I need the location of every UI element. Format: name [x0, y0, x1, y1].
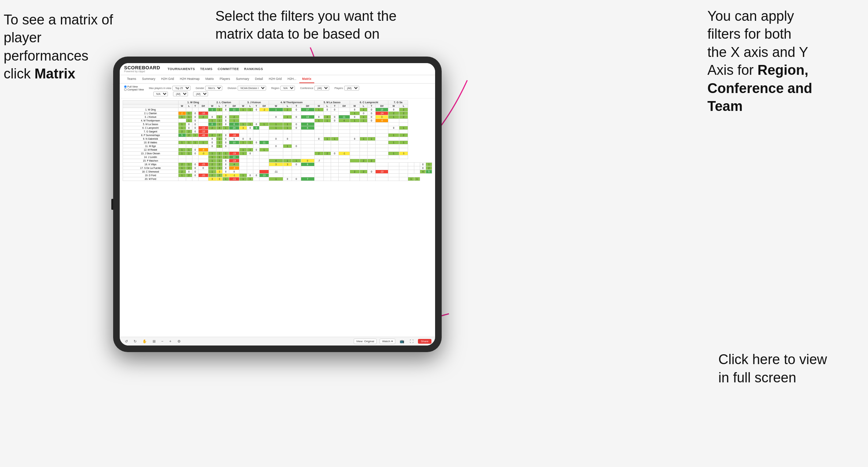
tab-h2h-heatmap[interactable]: H2H Heatmap — [177, 75, 203, 83]
matrix-cell: 0 — [208, 137, 216, 141]
matrix-cell: 0 — [192, 166, 198, 170]
redo-btn[interactable]: ↻ — [132, 339, 138, 344]
matrix-cell — [388, 123, 399, 126]
full-view-radio[interactable]: Full View — [124, 85, 144, 88]
matrix-cell: 2 — [178, 170, 186, 174]
matrix-cell — [192, 137, 198, 141]
matrix-cell — [338, 137, 350, 141]
matrix-cell: 1 — [216, 123, 223, 126]
tab-teams[interactable]: Teams — [124, 75, 139, 83]
matrix-cell: 2 — [399, 134, 408, 137]
cast-btn[interactable]: 📺 — [398, 339, 406, 344]
matrix-cell: 4 — [420, 170, 426, 174]
compact-view-radio[interactable]: Compact View — [124, 88, 144, 91]
matrix-cell: 1 — [360, 108, 368, 112]
players-select[interactable]: (All) — [344, 86, 359, 90]
col-w3: W — [239, 104, 247, 108]
matrix-cell: 0 — [283, 137, 292, 141]
matrix-cell: 1 — [223, 155, 229, 159]
matrix-cell — [376, 123, 388, 126]
matrix-cell: 3 — [223, 174, 229, 177]
matrix-cell — [314, 163, 323, 166]
matrix-cell — [269, 155, 283, 159]
zoom-fit-btn[interactable]: ⊞ — [151, 339, 157, 344]
matrix-cell — [314, 174, 323, 177]
player-name-cell: 19. D Ford — [123, 174, 178, 177]
undo-btn[interactable]: ↺ — [123, 339, 129, 344]
tab-detail[interactable]: Detail — [252, 75, 266, 83]
matrix-cell — [376, 137, 388, 141]
matrix-cell — [301, 119, 314, 123]
tab-summary[interactable]: Summary — [139, 75, 158, 83]
tab-h2h-grid[interactable]: H2H Grid — [158, 75, 177, 83]
matrix-cell — [247, 159, 253, 163]
matrix-cell — [368, 152, 376, 155]
matrix-cell: 0 — [314, 115, 323, 119]
conference-select[interactable]: (All) — [314, 86, 329, 90]
matrix-cell — [376, 152, 388, 155]
watch-button[interactable]: Watch ▾ — [380, 339, 395, 344]
matrix-cell — [323, 159, 331, 163]
pan-btn[interactable]: ✋ — [141, 339, 148, 344]
nav-rankings[interactable]: RANKINGS — [244, 66, 263, 72]
division-select[interactable]: NCAA Division I — [238, 86, 266, 90]
matrix-cell — [350, 159, 360, 163]
matrix-cell: 1 — [216, 159, 223, 163]
matrix-cell: 0 — [223, 134, 229, 137]
tab-h2h2[interactable]: H2H... — [285, 75, 299, 83]
matrix-cell — [292, 148, 301, 152]
tab-matrix[interactable]: Matrix — [203, 75, 217, 83]
tab-h2h-grid2[interactable]: H2H Grid — [266, 75, 284, 83]
matrix-cell: 0 — [331, 108, 338, 112]
zoom-in-btn[interactable]: + — [168, 339, 173, 344]
matrix-cell: 13 — [376, 108, 388, 112]
matrix-cell — [229, 144, 239, 148]
matrix-cell — [350, 130, 360, 134]
matrix-cell — [283, 112, 292, 115]
region-select[interactable]: N/A — [280, 86, 295, 90]
zoom-out-btn[interactable]: − — [160, 339, 165, 344]
matrix-cell — [399, 177, 408, 181]
nav-teams[interactable]: TEAMS — [200, 66, 212, 72]
tab-matrix-active[interactable]: Matrix — [299, 75, 314, 83]
nav-items: TOURNAMENTS TEAMS COMMITTEE RANKINGS — [168, 66, 263, 72]
matrix-cell — [216, 148, 223, 152]
matrix-cell — [338, 170, 350, 174]
matrix-cell — [368, 155, 376, 159]
tab-summary2[interactable]: Summary — [233, 75, 252, 83]
matrix-cell — [323, 112, 331, 115]
max-players-select[interactable]: Top 25 — [172, 86, 191, 90]
share-button[interactable]: Share — [418, 339, 431, 344]
region-select2[interactable]: N/A — [153, 92, 168, 96]
matrix-cell: 1 — [216, 119, 223, 123]
players-select2[interactable]: (All) — [193, 92, 208, 96]
settings-btn[interactable]: ⚙ — [176, 339, 182, 344]
matrix-cell — [198, 123, 208, 126]
matrix-cell: 1 — [269, 123, 283, 126]
matrix-cell: 2 — [314, 152, 323, 155]
tab-players[interactable]: Players — [217, 75, 233, 83]
fullscreen-btn[interactable]: ⛶ — [408, 339, 415, 344]
matrix-cell — [269, 174, 283, 177]
matrix-cell — [260, 126, 269, 130]
toolbar-left-group: ↺ ↻ ✋ ⊞ − + ⚙ — [123, 339, 182, 344]
matrix-cell — [360, 148, 368, 152]
matrix-cell — [223, 112, 229, 115]
matrix-cell — [331, 163, 338, 166]
matrix-cell — [247, 155, 253, 159]
matrix-cell: 1 — [247, 148, 253, 152]
conference-select2[interactable]: (All) — [173, 92, 188, 96]
col-w6: W — [350, 104, 360, 108]
matrix-cell — [338, 126, 350, 130]
player-name-cell: 10. B Valdes — [123, 141, 178, 144]
matrix-cell: 11 — [338, 115, 350, 119]
matrix-cell: 0 — [292, 144, 301, 148]
gender-select[interactable]: Men's — [205, 86, 222, 90]
matrix-cell — [239, 170, 247, 174]
matrix-cell: 3 — [399, 152, 408, 155]
nav-committee[interactable]: COMMITTEE — [218, 66, 239, 72]
matrix-cell — [360, 134, 368, 137]
nav-tournaments[interactable]: TOURNAMENTS — [168, 66, 195, 72]
matrix-cell: 2 — [399, 108, 408, 112]
view-label[interactable]: View: Original — [354, 339, 377, 344]
